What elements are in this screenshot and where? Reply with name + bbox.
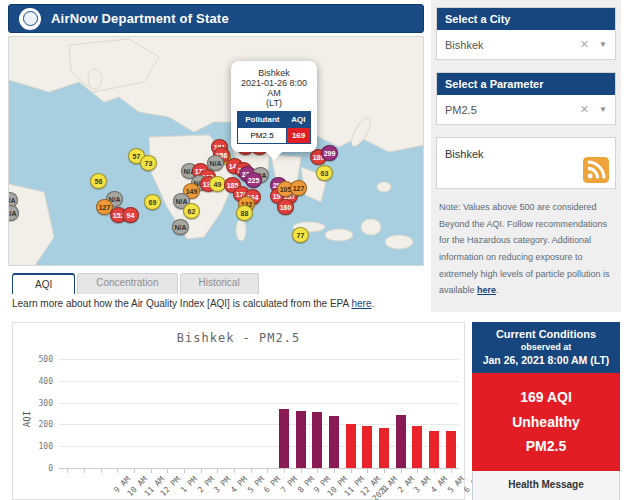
gridline xyxy=(59,381,459,382)
aqi-marker[interactable]: 73 xyxy=(140,155,157,171)
current-parameter: PM2.5 xyxy=(476,434,616,459)
view-tabs: AQI Concentration Historical xyxy=(12,273,259,294)
tab-historical[interactable]: Historical xyxy=(180,273,259,294)
aqi-marker[interactable]: 56 xyxy=(90,173,107,189)
current-conditions-panel: Current Conditions observed at Jan 26, 2… xyxy=(472,322,620,500)
aqi-marker[interactable]: 63 xyxy=(316,165,333,181)
aqi-bar-chart: Bishkek - PM2.5 AQI 01002003004005009 AM… xyxy=(12,322,465,500)
clear-icon[interactable]: ✕ xyxy=(580,38,589,51)
rss-city-label: Bishkek xyxy=(445,148,484,160)
rss-icon[interactable] xyxy=(583,157,609,183)
y-tick-label: 0 xyxy=(48,464,53,473)
tab-concentration[interactable]: Concentration xyxy=(77,273,177,294)
y-tick-label: 200 xyxy=(39,420,53,429)
popup-pollutant-value: PM2.5 xyxy=(238,128,287,144)
current-conditions-title: Current Conditions xyxy=(476,328,616,340)
chart-plot-area: AQI 01002003004005009 AM10 AM11 AM12 PM1… xyxy=(59,359,459,468)
aqi-bar[interactable] xyxy=(312,412,322,468)
dos-seal-icon xyxy=(19,8,41,30)
city-select-header: Select a City xyxy=(437,8,615,30)
aqi-marker[interactable]: 88 xyxy=(236,205,253,221)
note-text: Note: Values above 500 are considered Be… xyxy=(439,202,610,295)
x-axis-line xyxy=(59,468,459,469)
aqi-bar[interactable] xyxy=(346,424,356,468)
aqi-marker[interactable]: 77 xyxy=(292,227,309,243)
aqi-marker[interactable]: N/A xyxy=(207,155,224,171)
aqi-bar[interactable] xyxy=(446,431,456,468)
aqi-bar[interactable] xyxy=(362,426,372,468)
x-tick-mark xyxy=(451,469,452,473)
y-tick-label: 100 xyxy=(39,442,53,451)
current-aqi-box: 169 AQI Unhealthy PM2.5 xyxy=(472,373,620,471)
popup-col-pollutant: Pollutant xyxy=(238,112,287,128)
map-popup: Bishkek 2021-01-26 8:00 AM (LT) Pollutan… xyxy=(231,61,317,152)
popup-datetime: 2021-01-26 8:00 AM xyxy=(237,78,311,98)
x-tick-mark xyxy=(201,469,202,473)
x-tick-mark xyxy=(134,469,135,473)
city-select-box: Select a City Bishkek ✕ ▼ xyxy=(436,7,616,60)
current-conditions-header: Current Conditions observed at Jan 26, 2… xyxy=(472,322,620,373)
learn-more-prefix: Learn more about how the Air Quality Ind… xyxy=(12,298,351,309)
chevron-down-icon[interactable]: ▼ xyxy=(599,105,607,114)
y-tick-label: 500 xyxy=(39,355,53,364)
tab-aqi[interactable]: AQI xyxy=(12,273,75,294)
current-aqi-value: 169 AQI xyxy=(476,385,616,410)
aqi-marker[interactable]: 62 xyxy=(183,203,200,219)
clear-icon[interactable]: ✕ xyxy=(580,103,589,116)
aqi-marker[interactable]: 225 xyxy=(245,172,262,188)
x-tick-mark xyxy=(217,469,218,473)
aqi-marker[interactable]: 127 xyxy=(290,180,307,196)
airnow-page: AirNow Department of State xyxy=(0,0,627,500)
aqi-bar[interactable] xyxy=(296,411,306,468)
sidebar-note: Note: Values above 500 are considered Be… xyxy=(436,199,616,299)
x-tick-mark xyxy=(401,469,402,473)
x-tick-mark xyxy=(301,469,302,473)
sidebar: Select a City Bishkek ✕ ▼ Select a Param… xyxy=(431,0,621,312)
note-link[interactable]: here xyxy=(477,285,496,295)
current-aqi-level: Unhealthy xyxy=(476,410,616,435)
y-tick-label: 400 xyxy=(39,376,53,385)
learn-more-suffix: . xyxy=(371,298,374,309)
app-header: AirNow Department of State xyxy=(8,4,424,33)
x-tick-mark xyxy=(101,469,102,473)
x-tick-mark xyxy=(167,469,168,473)
chart-title: Bishkek - PM2.5 xyxy=(13,331,464,345)
chevron-down-icon[interactable]: ▼ xyxy=(599,40,607,49)
x-tick-mark xyxy=(234,469,235,473)
aqi-marker[interactable]: 299 xyxy=(321,145,338,161)
observed-at-label: observed at xyxy=(476,342,616,352)
aqi-bar[interactable] xyxy=(429,431,439,468)
city-select-value: Bishkek xyxy=(445,39,580,51)
popup-aqi-value: 169 xyxy=(287,128,311,144)
x-tick-mark xyxy=(384,469,385,473)
x-tick-mark xyxy=(367,469,368,473)
parameter-select-header: Select a Parameter xyxy=(437,73,615,95)
aqi-bar[interactable] xyxy=(412,426,422,468)
parameter-select[interactable]: PM2.5 ✕ ▼ xyxy=(437,95,615,124)
learn-more-link[interactable]: here xyxy=(351,298,371,309)
rss-feed-box: Bishkek xyxy=(436,137,616,189)
aqi-bar[interactable] xyxy=(379,428,389,468)
aqi-bar[interactable] xyxy=(396,415,406,468)
note-suffix: . xyxy=(496,285,499,295)
x-tick-mark xyxy=(317,469,318,473)
gridline xyxy=(59,359,459,360)
popup-table: Pollutant AQI PM2.5 169 xyxy=(237,111,311,144)
world-map[interactable]: 57735695N/A178162N/A13949149N/A6962N/AN/… xyxy=(8,36,424,266)
aqi-bar[interactable] xyxy=(329,416,339,468)
popup-city: Bishkek xyxy=(237,68,311,78)
aqi-marker[interactable]: 69 xyxy=(144,194,161,210)
aqi-bar[interactable] xyxy=(279,409,289,468)
x-tick-mark xyxy=(434,469,435,473)
city-select[interactable]: Bishkek ✕ ▼ xyxy=(437,30,615,59)
x-tick-mark xyxy=(67,469,68,473)
popup-col-aqi: AQI xyxy=(287,112,311,128)
health-message-text: Everyone may begin to experience health … xyxy=(480,497,612,500)
health-message-box: Health Message Everyone may begin to exp… xyxy=(472,471,620,500)
x-tick-mark xyxy=(267,469,268,473)
aqi-marker[interactable]: N/A xyxy=(172,219,189,235)
aqi-marker[interactable]: 94 xyxy=(122,207,139,223)
parameter-select-box: Select a Parameter PM2.5 ✕ ▼ xyxy=(436,72,616,125)
popup-lt: (LT) xyxy=(237,98,311,108)
aqi-marker[interactable]: 160 xyxy=(277,199,294,215)
